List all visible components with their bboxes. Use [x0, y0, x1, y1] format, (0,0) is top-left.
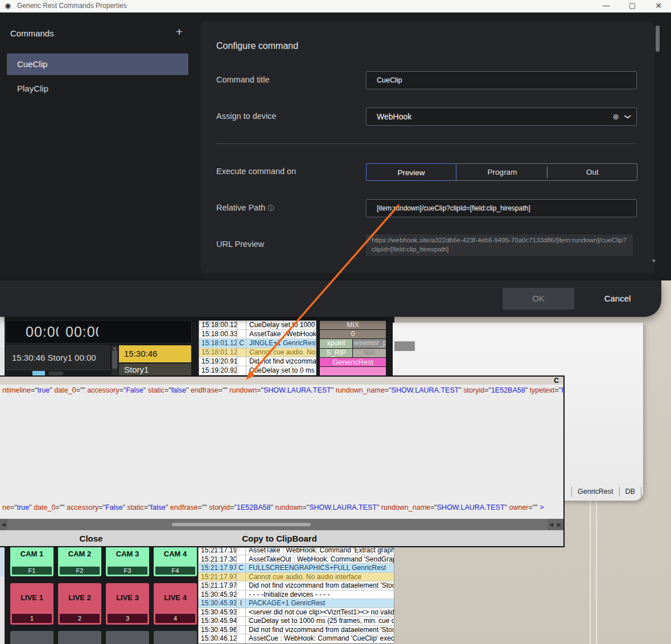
log-row[interactable]: 15:18:00.12CueDelay set to 1000 ms [199, 321, 316, 330]
panel-heading: Configure command [216, 41, 298, 51]
assign-device-value: WebHook [377, 112, 411, 121]
xml-token: ne [2, 503, 10, 511]
pad-gray-button[interactable] [154, 631, 197, 644]
segment-preview[interactable]: Preview [366, 163, 456, 181]
xml-viewer-button-bar: Close Copy to ClipBoard [0, 530, 563, 547]
cam-label: CAM 2 [58, 550, 101, 558]
log-row[interactable]: 15:21:17.97Did not find vizcommand from … [199, 581, 394, 591]
cam3-button[interactable]: CAM 3 F3 [106, 546, 149, 576]
story-time-cell[interactable]: 15:30:46 [119, 345, 191, 362]
scroll-up-icon[interactable]: ▲ [112, 345, 117, 350]
story-status-line: 15:30:46 Story1 00:00 [6, 345, 110, 370]
url-preview-value: https://webhook.site/a322db6e-423f-4eb6-… [366, 234, 633, 256]
log-cell-time: 15:30:45.93 [199, 608, 237, 617]
log-rows: 15:21:17.19AssetTake : WebHook: Command … [199, 547, 394, 644]
story-name-cell[interactable]: Story1 [119, 364, 191, 375]
log-row[interactable]: 15:30:45.96Did not find vizcommand from … [199, 626, 394, 635]
cam2-button[interactable]: CAM 2 F2 [58, 546, 101, 576]
xml-token: storyid [209, 503, 230, 511]
pad-gray-button[interactable] [10, 631, 53, 644]
mix-srip-cell: S_RIP [320, 349, 352, 357]
live3-button[interactable]: LIVE 3 3 [106, 583, 149, 625]
log-row[interactable]: 15:30:46.12AssetCue : WebHook: Command '… [199, 634, 394, 643]
log-row[interactable]: 15:21:17.30AssetTakeOut : WebHook: Comma… [199, 555, 394, 564]
ok-button[interactable]: OK [503, 288, 574, 309]
mix-value: 0 [320, 330, 386, 338]
log-row[interactable]: 15:21:17.19AssetTake : WebHook: Command … [199, 547, 394, 555]
log-row[interactable]: 15:18:01.12CJINGLE+1 GenricRest [199, 339, 316, 348]
cam4-button[interactable]: CAM 4 F4 [154, 546, 197, 576]
log-row[interactable]: 15:21:17.97CFULLSCREENGRAPHICS+FULL Genr… [199, 564, 394, 573]
dialog-titlebar[interactable]: ✺ Generic Rest Commands Properties — ▢ ✕ [0, 0, 671, 13]
log-cell-time: 15:21:17.97 [199, 581, 237, 590]
pad-gray-button[interactable] [58, 631, 101, 644]
log-row[interactable]: 15:30:45.93IPACKAGE+1 GenricRest [199, 599, 394, 608]
scroll-right-icon[interactable]: ▶ [555, 519, 563, 530]
add-command-button[interactable]: + [172, 25, 186, 39]
log-cell-flag [237, 626, 246, 634]
close-button[interactable]: Close [34, 530, 148, 547]
scroll-left-icon[interactable]: ◀ [547, 519, 555, 530]
pad-gray-button[interactable] [106, 631, 149, 644]
scroll-left-icon[interactable]: ◀ [0, 519, 7, 530]
timer-right: 00:00 [65, 321, 98, 343]
segment-out[interactable]: Out [547, 164, 637, 180]
sidebar-item-playclip[interactable]: PlayClip [7, 79, 188, 99]
cancel-button[interactable]: Cancel [598, 292, 637, 305]
xml-token: SHOW.LAURA.TEST [264, 386, 331, 394]
xml-token: date_0 [54, 386, 76, 394]
sidebar-item-cueclip[interactable]: CueClip [7, 53, 188, 75]
xml-horizontal-scrollbar[interactable]: ◀ ◀ ▶ [0, 519, 563, 530]
log-row[interactable]: 15:30:45.93<server did not cue clip><Viz… [199, 608, 394, 617]
live-label: LIVE 3 [106, 593, 149, 602]
generic-rest-commands-dialog: ✺ Generic Rest Commands Properties — ▢ ✕… [0, 0, 671, 317]
copy-to-clipboard-button[interactable]: Copy to ClipBoard [205, 530, 354, 547]
log-row[interactable]: 15:21:17.97Cannot cue audio. No audio in… [199, 573, 394, 582]
log-row[interactable]: 15:19:20.92CueDelay set to 0 ms (0 [199, 366, 316, 375]
dialog-scrollbar-thumb[interactable] [656, 26, 660, 52]
mix-mem-cell: ememnr_pr [353, 339, 386, 348]
mix-crossbar-panel[interactable]: MIX 0 xpoint ememnr_pr S_RIP N/A Generic… [320, 321, 386, 375]
xml-token: =" [31, 386, 38, 394]
log-row[interactable]: 15:19:20.91Did not find vizcommand [199, 357, 316, 366]
screenshot-stage: 00:00 00:00 15:30:46 Story1 00:00 ▲ 15:3… [0, 0, 671, 644]
xml-token: " [29, 503, 34, 511]
close-window-button[interactable]: ✕ [649, 0, 668, 12]
cam1-button[interactable]: CAM 1 F1 [10, 546, 53, 576]
live4-button[interactable]: LIVE 4 4 [154, 583, 197, 625]
log-row[interactable]: 15:30:45.92- - - -Initialize devices - -… [199, 591, 394, 600]
xml-token: rundown_name [381, 503, 430, 511]
scroll-down-icon[interactable]: ▾ [652, 257, 656, 265]
scrollbar-thumb[interactable] [112, 350, 117, 369]
relative-path-input[interactable]: [item:rundown]/cueClip?clipId=[field:cli… [366, 199, 637, 217]
assign-device-select[interactable]: WebHook ⊗ ❯ [366, 108, 637, 126]
info-icon[interactable]: ⓘ [267, 204, 274, 212]
chevron-down-icon[interactable]: ❯ [624, 108, 633, 125]
scrollbar-thumb[interactable] [172, 523, 311, 526]
log-row[interactable]: 15:18:01.12Cannot cue audio. No au [199, 348, 316, 357]
rundown-scrollbar[interactable]: ▲ [112, 345, 118, 375]
log-cell-time: 15:30:45.92 [199, 591, 237, 599]
live2-button[interactable]: LIVE 2 2 [58, 583, 101, 625]
tab-db[interactable]: DB [624, 488, 636, 496]
segment-program[interactable]: Program [457, 164, 547, 180]
tab-genricrest[interactable]: GenricRest [577, 488, 615, 496]
xml-token: FULL SOUND [561, 386, 565, 394]
log-row[interactable]: 15:18:00.33AssetTake : WebHook: [199, 330, 316, 339]
live1-button[interactable]: LIVE 1 1 [10, 583, 53, 625]
xml-token: =" [385, 386, 392, 394]
xml-token: False [105, 503, 123, 511]
relative-path-label: Relative Path ⓘ [216, 203, 274, 213]
log-cell-time: 15:18:01.12 [199, 339, 237, 348]
minimize-button[interactable]: — [596, 0, 616, 12]
command-title-input[interactable]: CueClip [366, 71, 637, 89]
log-cell-flag [237, 366, 246, 375]
log-cell-flag [237, 617, 246, 625]
log-cell-flag [237, 348, 246, 357]
xml-token: " [204, 503, 209, 511]
xml-token: " [525, 386, 530, 394]
maximize-button[interactable]: ▢ [623, 0, 642, 12]
log-cell-msg: AssetTakeOut : WebHook: Command 'SendGra… [246, 555, 394, 564]
log-row[interactable]: 15:30:45.94CueDelay set to 1000 ms (25 f… [199, 617, 394, 626]
cam-label: CAM 4 [154, 550, 197, 558]
